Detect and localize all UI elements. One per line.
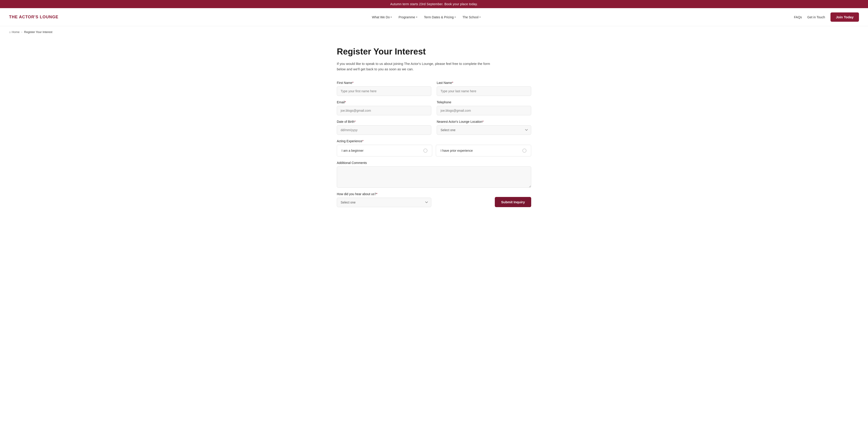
- top-banner: Autumn term starts 23rd September. Book …: [0, 0, 868, 8]
- nav-item-the-school[interactable]: The School ▾: [463, 16, 480, 19]
- first-name-input[interactable]: [337, 86, 431, 96]
- navbar: THE ACTOR'S LOUNGE What We Do ▾ Programm…: [0, 8, 868, 26]
- acting-experience-group: Acting Experience* I am a beginner I hav…: [337, 139, 531, 156]
- radio-beginner[interactable]: I am a beginner: [337, 145, 432, 156]
- chevron-down-icon: ▾: [479, 16, 480, 18]
- submit-button[interactable]: Submit Inquiry: [495, 197, 531, 207]
- home-icon: ⌂: [9, 30, 11, 34]
- dob-input[interactable]: [337, 125, 431, 135]
- additional-comments-textarea[interactable]: [337, 167, 531, 188]
- breadcrumb-separator: ›: [22, 31, 22, 34]
- email-label: Email*: [337, 100, 431, 104]
- dob-label: Date of Birth*: [337, 120, 431, 123]
- radio-prior-experience[interactable]: I have prior experience: [436, 145, 531, 156]
- nav-get-in-touch[interactable]: Get in Touch: [807, 16, 825, 19]
- nav-item-programme[interactable]: Programme ▾: [399, 16, 417, 19]
- last-name-group: Last Name*: [437, 81, 531, 96]
- location-group: Nearest Actor's Lounge Location* Select …: [437, 120, 531, 135]
- nav-item-what-we-do[interactable]: What We Do ▾: [372, 16, 392, 19]
- nav-item-term-dates[interactable]: Term Dates & Pricing ▾: [424, 16, 456, 19]
- banner-text: Autumn term starts 23rd September. Book …: [391, 2, 478, 6]
- required-star: *: [483, 120, 484, 123]
- main-content: Register Your Interest If you would like…: [332, 38, 536, 225]
- submit-container: Submit Inquiry: [437, 197, 531, 207]
- name-row: First Name* Last Name*: [337, 81, 531, 96]
- last-name-label: Last Name*: [437, 81, 531, 85]
- required-star: *: [362, 139, 364, 143]
- form-bottom-row: How did you hear about us?* Select one S…: [337, 192, 531, 207]
- dob-group: Date of Birth*: [337, 120, 431, 135]
- first-name-label: First Name*: [337, 81, 431, 85]
- page-title: Register Your Interest: [337, 47, 531, 57]
- how-did-you-hear-select[interactable]: Select one: [337, 198, 431, 207]
- required-star: *: [345, 100, 346, 104]
- chevron-down-icon: ▾: [455, 16, 456, 18]
- additional-comments-label: Additional Comments: [337, 161, 531, 165]
- acting-experience-options: I am a beginner I have prior experience: [337, 145, 531, 156]
- contact-row: Email* Telephone: [337, 100, 531, 115]
- chevron-down-icon: ▾: [416, 16, 417, 18]
- first-name-group: First Name*: [337, 81, 431, 96]
- location-label: Nearest Actor's Lounge Location*: [437, 120, 531, 123]
- nav-center: What We Do ▾ Programme ▾ Term Dates & Pr…: [372, 16, 480, 19]
- telephone-input[interactable]: [437, 106, 531, 115]
- email-group: Email*: [337, 100, 431, 115]
- register-form: First Name* Last Name* Email* Telephone: [337, 81, 531, 207]
- acting-experience-label: Acting Experience*: [337, 139, 531, 143]
- telephone-group: Telephone: [437, 100, 531, 115]
- email-input[interactable]: [337, 106, 431, 115]
- chevron-down-icon: ▾: [391, 16, 392, 18]
- join-today-button[interactable]: Join Today: [831, 12, 859, 22]
- last-name-input[interactable]: [437, 86, 531, 96]
- breadcrumb: ⌂ Home › Register Your Interest: [0, 26, 868, 38]
- how-did-you-hear-label: How did you hear about us?*: [337, 192, 431, 196]
- dob-location-row: Date of Birth* Nearest Actor's Lounge Lo…: [337, 120, 531, 135]
- page-description: If you would like to speak to us about j…: [337, 61, 495, 72]
- radio-circle-prior: [522, 149, 526, 153]
- site-logo[interactable]: THE ACTOR'S LOUNGE: [9, 15, 59, 20]
- required-star: *: [354, 120, 355, 123]
- how-did-you-hear-group: How did you hear about us?* Select one: [337, 192, 431, 207]
- required-star: *: [352, 81, 353, 85]
- breadcrumb-home[interactable]: ⌂ Home: [9, 30, 20, 34]
- required-star: *: [452, 81, 453, 85]
- telephone-label: Telephone: [437, 100, 531, 104]
- location-select[interactable]: Select one: [437, 125, 531, 135]
- nav-faqs[interactable]: FAQs: [794, 16, 802, 19]
- nav-right: FAQs Get in Touch Join Today: [794, 12, 859, 22]
- breadcrumb-current: Register Your Interest: [24, 30, 53, 34]
- additional-comments-group: Additional Comments: [337, 161, 531, 188]
- required-star: *: [376, 192, 377, 196]
- radio-circle-beginner: [423, 149, 428, 153]
